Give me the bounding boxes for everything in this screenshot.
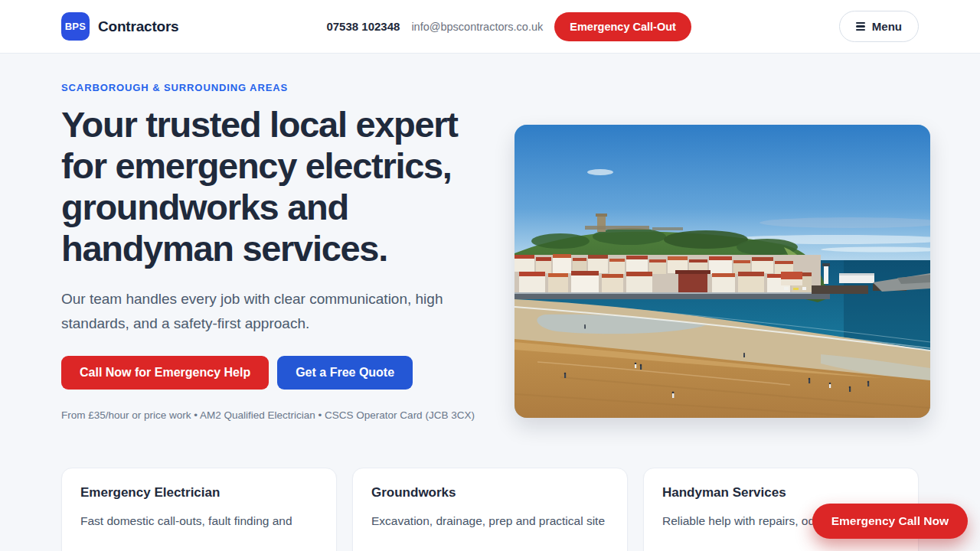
menu-label: Menu [872, 20, 902, 33]
service-card-description: Excavation, drainage, prep and practical… [371, 512, 609, 530]
site-header: BPS Contractors 07538 102348 info@bpscon… [0, 0, 980, 54]
emergency-callout-button[interactable]: Emergency Call-Out [554, 12, 691, 41]
hero-eyebrow: SCARBOROUGH & SURROUNDING AREAS [61, 82, 502, 93]
header-phone-link[interactable]: 07538 102348 [326, 20, 400, 33]
service-card-title: Handyman Services [662, 485, 900, 500]
brand-name: Contractors [98, 18, 178, 35]
service-card-title: Emergency Electrician [80, 485, 318, 500]
header-contact-cluster: 07538 102348 info@bpscontractors.co.uk E… [326, 12, 691, 41]
brand-badge-icon: BPS [61, 12, 90, 41]
hamburger-icon [856, 22, 865, 31]
free-quote-button[interactable]: Get a Free Quote [277, 356, 413, 390]
hero-cta-row: Call Now for Emergency Help Get a Free Q… [61, 356, 502, 390]
call-now-button[interactable]: Call Now for Emergency Help [61, 356, 269, 390]
brand-logo[interactable]: BPS Contractors [61, 12, 178, 41]
hero-media [514, 125, 930, 423]
hero-headline: Your trusted local expert for emergency … [61, 104, 479, 269]
service-card-title: Groundworks [371, 485, 609, 500]
hero-lede: Our team handles every job with clear co… [61, 287, 467, 336]
floating-emergency-call-button[interactable]: Emergency Call Now [812, 504, 968, 539]
service-card-groundworks: Groundworks Excavation, drainage, prep a… [352, 468, 628, 551]
header-email-link[interactable]: info@bpscontractors.co.uk [411, 21, 543, 33]
hero-section: SCARBOROUGH & SURROUNDING AREAS Your tru… [0, 54, 980, 423]
hero-copy: SCARBOROUGH & SURROUNDING AREAS Your tru… [61, 82, 502, 423]
service-card-emergency-electrician: Emergency Electrician Fast domestic call… [61, 468, 337, 551]
hero-photo-scarborough-bay [514, 125, 930, 418]
service-card-description: Fast domestic call-outs, fault finding a… [80, 512, 318, 530]
hero-fine-print: From £35/hour or price work • AM2 Qualif… [61, 408, 481, 423]
menu-button[interactable]: Menu [839, 11, 919, 42]
